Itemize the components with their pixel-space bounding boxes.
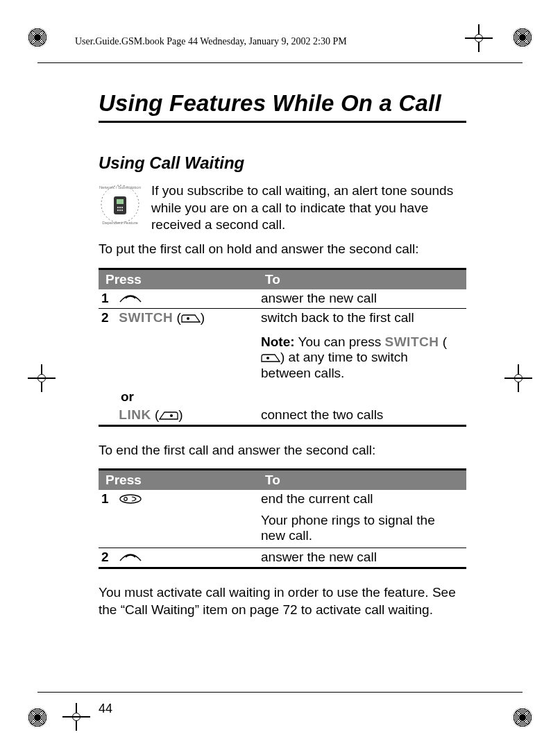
crop-mark-icon (28, 708, 47, 727)
svg-rect-2 (114, 196, 126, 214)
svg-rect-3 (117, 199, 124, 204)
to-cell: Your phone rings to signal the new call. (258, 509, 466, 548)
page-number: 44 (99, 702, 112, 716)
softkey-label: SWITCH (385, 334, 439, 349)
softkey-left-icon (159, 408, 178, 423)
crop-mark-icon (28, 28, 47, 47)
softkey-right-icon (181, 311, 201, 326)
step-number: 2 (101, 310, 115, 325)
softkey-label: SWITCH (119, 310, 173, 325)
svg-point-14 (124, 498, 128, 501)
chapter-title: Using Features While On a Call (99, 90, 466, 123)
softkey-right-icon (261, 350, 280, 366)
step-number: 1 (101, 491, 115, 507)
col-header-press: Press (99, 470, 258, 491)
svg-point-11 (266, 357, 269, 359)
note-text-b: at any time to switch between calls. (261, 350, 408, 380)
table-row: Your phone rings to signal the new call. (99, 509, 466, 548)
svg-text:Dependent Feature: Dependent Feature (102, 221, 138, 225)
register-mark-icon (28, 364, 56, 392)
note-text-a: You can press (298, 334, 385, 349)
network-feature-icon: Network / Subscription Dependent Feature (99, 183, 142, 226)
end-key-icon (119, 492, 142, 507)
instruction-table: Press To 1 answer the new call 2 SWITCH … (99, 268, 466, 427)
intro-paragraph: If you subscribe to call waiting, an ale… (151, 183, 466, 234)
svg-point-13 (120, 495, 141, 503)
frame-rule (37, 692, 523, 693)
note-label: Note: (261, 334, 295, 349)
lead-in-text: To end the first call and answer the sec… (99, 442, 466, 459)
register-mark-icon (62, 703, 90, 731)
svg-point-12 (170, 414, 173, 417)
svg-point-9 (121, 210, 123, 211)
col-header-to: To (258, 269, 466, 289)
or-label: or (101, 389, 134, 404)
table-row: Note: You can press SWITCH () at any tim… (99, 328, 466, 388)
svg-point-10 (187, 317, 189, 320)
table-row: 2 answer the new call (99, 548, 466, 568)
closing-paragraph: You must activate call waiting in order … (99, 584, 466, 618)
table-row: 1 answer the new call (99, 289, 466, 308)
table-row: LINK () connect the two calls (99, 406, 466, 425)
step-number: 1 (101, 291, 115, 306)
frame-rule (37, 62, 523, 63)
table-row: 1 end the current call (99, 490, 466, 509)
table-row: or (99, 388, 466, 406)
crop-mark-icon (513, 708, 532, 727)
svg-point-7 (117, 210, 119, 211)
lead-in-text: To put the first call on hold and answer… (99, 241, 466, 258)
softkey-label: LINK (119, 407, 151, 422)
svg-point-5 (119, 207, 121, 208)
register-mark-icon (504, 364, 532, 392)
crop-mark-icon (513, 28, 532, 47)
to-cell: connect the two calls (258, 406, 466, 425)
send-key-icon (119, 291, 142, 307)
to-cell: answer the new call (258, 548, 466, 568)
svg-point-6 (121, 207, 123, 208)
to-cell: end the current call (258, 490, 466, 509)
table-row: 2 SWITCH () switch back to the first cal… (99, 308, 466, 327)
col-header-to: To (258, 470, 466, 491)
col-header-press: Press (99, 269, 258, 289)
section-title: Using Call Waiting (99, 153, 466, 173)
svg-text:Network / Subscription: Network / Subscription (99, 185, 141, 189)
send-key-icon (119, 550, 142, 566)
register-mark-icon (465, 24, 493, 52)
to-cell: switch back to the first call (258, 308, 466, 327)
svg-point-4 (117, 207, 119, 208)
svg-point-8 (119, 210, 121, 211)
to-cell: answer the new call (258, 289, 466, 308)
instruction-table: Press To 1 end the current call Your pho… (99, 468, 466, 569)
step-number: 2 (101, 550, 115, 565)
running-header: User.Guide.GSM.book Page 44 Wednesday, J… (75, 36, 347, 47)
